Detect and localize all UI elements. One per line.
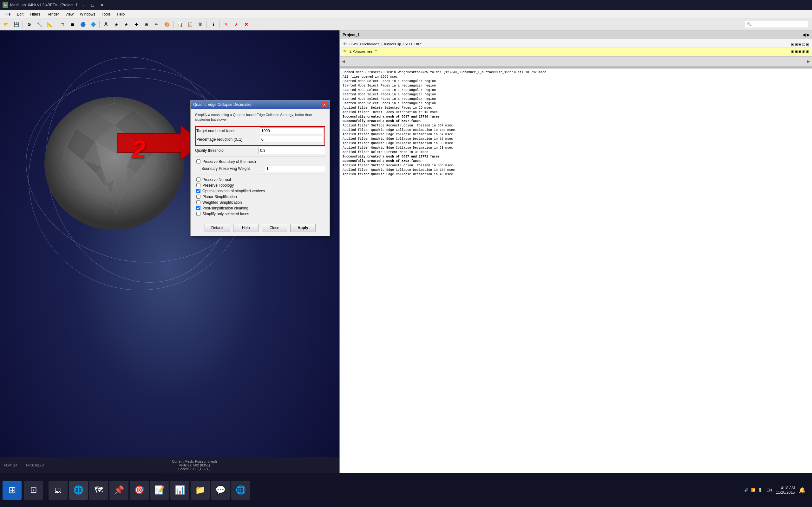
weighted-simplification-label: Weighted Simplification xyxy=(202,200,242,205)
taskbar-file-manager[interactable]: 🗂 xyxy=(49,481,67,500)
log-line: Applied filter Quadric Edge Collapse Dec… xyxy=(343,132,809,137)
post-cleaning-checkbox[interactable] xyxy=(196,206,200,210)
taskbar-skype[interactable]: 💬 xyxy=(211,481,230,500)
minimize-button[interactable]: − xyxy=(79,2,88,9)
scroll-left-icon[interactable]: ◀ xyxy=(342,59,345,64)
toolbar-save[interactable]: 💾 xyxy=(11,20,21,29)
preserve-boundary-checkbox[interactable] xyxy=(196,159,200,164)
menu-render[interactable]: Render xyxy=(44,11,62,17)
quality-threshold-input[interactable] xyxy=(258,147,325,154)
layer-item-2[interactable]: 👁 2 Poisson mesh * ▣ ▣ ▣ ▣ ▣ xyxy=(341,48,811,55)
eye-icon-2: 👁 xyxy=(343,49,348,54)
scroll-right-icon[interactable]: ▶ xyxy=(807,59,810,64)
pct-reduction-input[interactable] xyxy=(260,136,324,143)
toolbar-poly[interactable]: 🔷 xyxy=(88,20,98,29)
start-button[interactable]: ⊞ xyxy=(3,481,21,500)
close-button[interactable]: ✕ xyxy=(98,2,107,9)
toolbar-j[interactable]: 🗑 xyxy=(195,20,205,29)
menu-view[interactable]: View xyxy=(62,11,77,17)
log-line: Applied filter Quadric Edge Collapse Dec… xyxy=(343,172,809,177)
toolbar-select-vert[interactable]: ◻ xyxy=(58,20,67,29)
quality-threshold-row: Quality threshold xyxy=(195,147,325,154)
toolbar-circle[interactable]: 🔵 xyxy=(78,20,88,29)
preserve-topology-checkbox[interactable] xyxy=(196,183,200,187)
weighted-simplification-row: Weighted Simplification xyxy=(195,200,325,205)
weighted-simplification-checkbox[interactable] xyxy=(196,200,200,205)
taskbar-chrome[interactable]: 🌐 xyxy=(69,481,88,500)
toolbar-h[interactable]: 📊 xyxy=(175,20,185,29)
taskbar-maps[interactable]: 🗺 xyxy=(89,481,108,500)
default-button[interactable]: Default xyxy=(205,224,230,232)
log-line: Successfully created a mesh of 8898 face… xyxy=(343,159,809,164)
layer-list: 👁 0 WD_HDchamber_l_surfaceClip_151119.st… xyxy=(340,39,812,56)
toolbar-delete2[interactable]: ✗ xyxy=(232,20,241,29)
toolbar-delete1[interactable]: ✕ xyxy=(221,20,231,29)
menu-file[interactable]: File xyxy=(1,11,14,17)
taskbar-pin[interactable]: 📌 xyxy=(109,481,129,500)
layer-item-0[interactable]: 👁 0 WD_HDchamber_l_surfaceClip_151119.st… xyxy=(341,41,811,48)
toolbar-separator-1 xyxy=(22,20,23,28)
toolbar-d[interactable]: ✚ xyxy=(132,20,141,29)
toolbar-b[interactable]: ◈ xyxy=(111,20,121,29)
toolbar-tool1[interactable]: 🔧 xyxy=(35,20,44,29)
dialog-titlebar: Quadric Edge Collapse Decimation ✕ xyxy=(191,101,329,109)
tray-icon-2: 📶 xyxy=(751,488,756,492)
toolbar-measure[interactable]: 📐 xyxy=(45,20,54,29)
menu-help[interactable]: Help xyxy=(114,11,128,17)
clock[interactable]: 4:18 AM 11/20/2015 xyxy=(776,486,795,495)
apply-button[interactable]: Apply xyxy=(290,224,316,232)
boundary-weight-input[interactable] xyxy=(265,165,325,172)
toolbar-k[interactable]: ℹ xyxy=(208,20,218,29)
taskbar-app5[interactable]: 🎯 xyxy=(130,481,149,500)
menu-windows[interactable]: Windows xyxy=(77,11,99,17)
close-button[interactable]: Close xyxy=(262,224,287,232)
toolbar-separator-5 xyxy=(206,20,207,28)
search-input[interactable] xyxy=(745,21,808,28)
menu-filters[interactable]: Filters xyxy=(27,11,44,17)
log-line: Started Mode Select Faces in a rectangul… xyxy=(343,93,809,97)
notifications-icon[interactable]: 🔔 xyxy=(799,487,806,494)
preserve-normal-checkbox[interactable] xyxy=(196,177,200,181)
preserve-boundary-row: Preserve Boundary of the mesh xyxy=(195,159,325,164)
panel-arrow-left[interactable]: ◀ xyxy=(803,33,805,37)
log-area[interactable]: Opened mesh C:/Users/JuiChih Wang/Deskto… xyxy=(340,68,812,473)
taskbar-word[interactable]: 📝 xyxy=(150,481,169,500)
toolbar-g[interactable]: 🎨 xyxy=(162,20,171,29)
dialog-footer: Default Help Close Apply xyxy=(191,221,329,236)
taskbar-task-view[interactable]: ⊡ xyxy=(24,481,43,500)
log-line: Started Mode Select Faces in a rectangul… xyxy=(343,101,809,106)
menu-tools[interactable]: Tools xyxy=(99,11,114,17)
taskbar-right: 🔊 📶 🔋 EN 4:18 AM 11/20/2015 🔔 xyxy=(744,486,809,495)
toolbar-a[interactable]: A xyxy=(101,20,111,29)
dialog-close-button[interactable]: ✕ xyxy=(321,102,327,107)
simplify-selected-checkbox[interactable] xyxy=(196,212,200,216)
toolbar-e[interactable]: ⊕ xyxy=(142,20,151,29)
log-line: Started Mode Select Faces in a rectangul… xyxy=(343,83,809,88)
toolbar-separator-3 xyxy=(99,20,100,28)
toolbar-c[interactable]: ★ xyxy=(121,20,131,29)
toolbar-i[interactable]: 📋 xyxy=(185,20,195,29)
planar-simplification-checkbox[interactable] xyxy=(196,194,200,199)
toolbar-settings[interactable]: ⚙ xyxy=(24,20,34,29)
dialog-divider-2 xyxy=(195,175,325,175)
help-button[interactable]: Help xyxy=(233,224,258,232)
maximize-button[interactable]: □ xyxy=(88,2,97,9)
taskbar-chrome2[interactable]: 🌐 xyxy=(231,481,250,500)
dialog-quadric-edge[interactable]: Quadric Edge Collapse Decimation ✕ Simpl… xyxy=(190,100,330,236)
optimal-position-checkbox[interactable] xyxy=(196,189,200,193)
toolbar-new[interactable]: 📂 xyxy=(1,20,11,29)
menu-edit[interactable]: Edit xyxy=(14,11,27,17)
log-line: Started Mode Select Faces in a rectangul… xyxy=(343,97,809,101)
dialog-title: Quadric Edge Collapse Decimation xyxy=(193,102,252,107)
toolbar-f[interactable]: ✏ xyxy=(152,20,161,29)
toolbar-select-face[interactable]: ◼ xyxy=(68,20,78,29)
taskbar-folder[interactable]: 📁 xyxy=(191,481,210,500)
fov-display: FOV: 60 xyxy=(4,463,17,467)
mesh-info: Current Mesh: Poisson mesh Vertices: 502… xyxy=(172,459,217,471)
panel-arrow-right[interactable]: ▶ xyxy=(807,33,809,37)
target-faces-input[interactable] xyxy=(260,127,324,134)
taskbar-excel[interactable]: 📊 xyxy=(170,481,189,500)
preserve-boundary-label: Preserve Boundary of the mesh xyxy=(202,159,256,164)
app-icon: M xyxy=(3,2,8,8)
toolbar-delete3[interactable]: ✖ xyxy=(242,20,251,29)
